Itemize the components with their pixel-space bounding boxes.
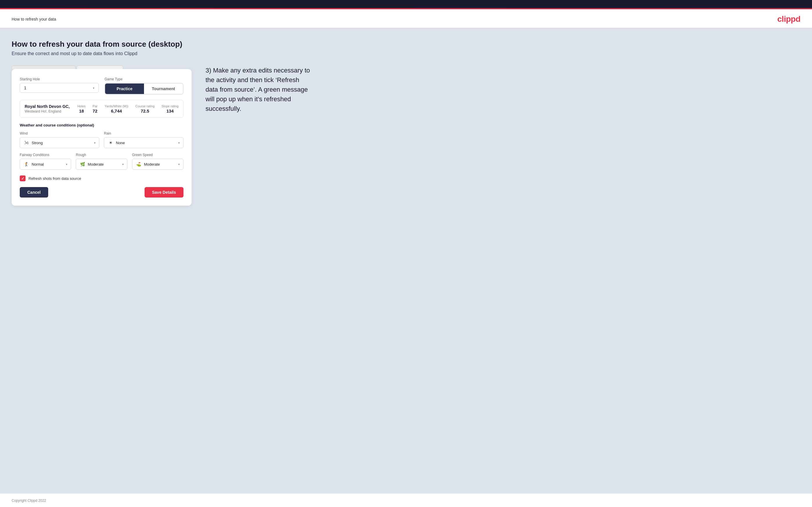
course-stats: Holes 18 Par 72 Yards/White (M)) 6,744: [78, 104, 179, 113]
green-speed-value: Moderate: [144, 162, 160, 167]
rough-select-label: 🌿 Moderate: [80, 161, 104, 167]
rough-select[interactable]: 🌿 Moderate ▾: [76, 159, 127, 170]
page-subtitle: Ensure the correct and most up to date d…: [12, 51, 800, 56]
course-name: Royal North Devon GC,: [25, 104, 70, 109]
form-card-wrapper: Starting Hole 1 ▾ Game Type Practice Tou…: [12, 65, 192, 206]
starting-hole-select[interactable]: 1 ▾: [20, 83, 99, 93]
game-type-block: Game Type Practice Tournament: [104, 77, 184, 95]
green-speed-chevron: ▾: [178, 163, 180, 166]
card-stub: [12, 65, 192, 69]
refresh-checkbox-row: ✓ Refresh shots from data source: [20, 175, 184, 181]
rain-select-label: ☀ None: [108, 140, 125, 146]
fairway-label: Fairway Conditions: [20, 153, 71, 157]
rain-icon: ☀: [108, 140, 113, 146]
weather-section-title: Weather and course conditions (optional): [20, 123, 184, 127]
wind-icon: 🌬: [23, 140, 29, 146]
logo: clippd: [777, 14, 800, 24]
slope-rating-label: Slope rating: [161, 104, 179, 108]
page-title: How to refresh your data from source (de…: [12, 40, 800, 49]
checkmark-icon: ✓: [21, 176, 24, 181]
rough-value: Moderate: [88, 162, 104, 167]
green-speed-icon: ⛳: [136, 161, 142, 167]
stub-tab-2: [77, 65, 123, 69]
fairway-value: Normal: [32, 162, 44, 167]
wind-select[interactable]: 🌬 Strong ▾: [20, 137, 99, 148]
fairway-block: Fairway Conditions 🏌 Normal ▾: [20, 153, 71, 170]
yards-value: 6,744: [104, 109, 128, 113]
par-stat: Par 72: [93, 104, 98, 113]
save-button[interactable]: Save Details: [145, 187, 184, 198]
course-row: Royal North Devon GC, Westward Ho!, Engl…: [20, 100, 184, 118]
slope-rating-stat: Slope rating 134: [161, 104, 179, 113]
course-location: Westward Ho!, England: [25, 109, 70, 113]
top-bar: [0, 0, 812, 8]
course-rating-value: 72.5: [135, 109, 154, 113]
instruction-panel: 3) Make any extra edits necessary to the…: [206, 65, 310, 113]
practice-button[interactable]: Practice: [105, 83, 144, 94]
fairway-chevron: ▾: [66, 163, 67, 166]
starting-hole-value: 1: [24, 86, 27, 90]
form-card: Starting Hole 1 ▾ Game Type Practice Tou…: [12, 69, 192, 206]
holes-label: Holes: [78, 104, 86, 108]
rough-chevron: ▾: [122, 163, 124, 166]
conditions-row: Fairway Conditions 🏌 Normal ▾ Rough: [20, 153, 184, 170]
course-info: Royal North Devon GC, Westward Ho!, Engl…: [25, 104, 70, 113]
weather-row: Wind 🌬 Strong ▾ Rain: [20, 131, 184, 148]
content-row: Starting Hole 1 ▾ Game Type Practice Tou…: [12, 65, 800, 206]
green-speed-select-label: ⛳ Moderate: [136, 161, 160, 167]
wind-chevron: ▾: [94, 141, 96, 145]
fairway-select-label: 🏌 Normal: [23, 161, 44, 167]
slope-rating-value: 134: [161, 109, 179, 113]
game-type-label: Game Type: [104, 77, 184, 81]
green-speed-label: Green Speed: [132, 153, 184, 157]
top-field-group: Starting Hole 1 ▾ Game Type Practice Tou…: [20, 77, 184, 95]
green-speed-block: Green Speed ⛳ Moderate ▾: [132, 153, 184, 170]
tournament-button[interactable]: Tournament: [144, 83, 183, 94]
copyright-text: Copyright Clippd 2022: [12, 499, 46, 503]
rain-label: Rain: [104, 131, 184, 135]
starting-hole-block: Starting Hole 1 ▾: [20, 77, 99, 95]
holes-stat: Holes 18: [78, 104, 86, 113]
wind-select-label: 🌬 Strong: [23, 140, 43, 146]
rough-label: Rough: [76, 153, 127, 157]
game-type-toggle: Practice Tournament: [104, 83, 184, 95]
par-label: Par: [93, 104, 98, 108]
instruction-text: 3) Make any extra edits necessary to the…: [206, 65, 310, 113]
rain-block: Rain ☀ None ▾: [104, 131, 184, 148]
wind-label: Wind: [20, 131, 99, 135]
starting-hole-label: Starting Hole: [20, 77, 99, 81]
course-rating-stat: Course rating 72.5: [135, 104, 154, 113]
starting-hole-chevron: ▾: [93, 87, 94, 90]
rain-value: None: [116, 141, 125, 145]
refresh-checkbox[interactable]: ✓: [20, 175, 26, 181]
rough-icon: 🌿: [80, 161, 85, 167]
refresh-checkbox-label: Refresh shots from data source: [29, 176, 81, 181]
green-speed-select[interactable]: ⛳ Moderate ▾: [132, 159, 184, 170]
yards-stat: Yards/White (M)) 6,744: [104, 104, 128, 113]
header: How to refresh your data clippd: [0, 9, 812, 28]
main-content: How to refresh your data from source (de…: [0, 28, 812, 493]
course-rating-label: Course rating: [135, 104, 154, 108]
par-value: 72: [93, 109, 98, 113]
rain-chevron: ▾: [178, 141, 180, 145]
footer: Copyright Clippd 2022: [0, 493, 812, 507]
holes-value: 18: [78, 109, 86, 113]
button-row: Cancel Save Details: [20, 187, 184, 198]
rough-block: Rough 🌿 Moderate ▾: [76, 153, 127, 170]
yards-label: Yards/White (M)): [104, 104, 128, 108]
breadcrumb: How to refresh your data: [12, 17, 56, 21]
cancel-button[interactable]: Cancel: [20, 187, 48, 198]
fairway-select[interactable]: 🏌 Normal ▾: [20, 159, 71, 170]
stub-tab-1: [12, 65, 75, 69]
fairway-icon: 🏌: [23, 161, 29, 167]
wind-block: Wind 🌬 Strong ▾: [20, 131, 99, 148]
wind-value: Strong: [32, 141, 43, 145]
rain-select[interactable]: ☀ None ▾: [104, 137, 184, 148]
